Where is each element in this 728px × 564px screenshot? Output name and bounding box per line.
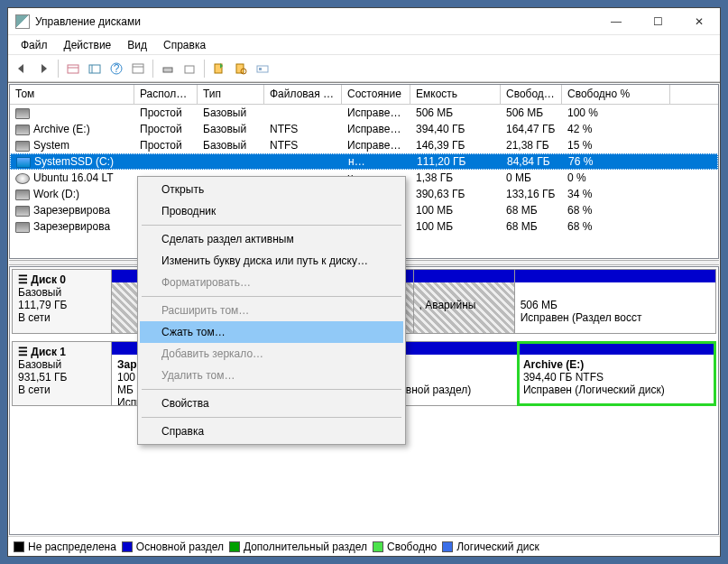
- context-menu: Открыть Проводник Сделать раздел активны…: [137, 176, 406, 445]
- close-button[interactable]: ✕: [678, 8, 720, 34]
- svg-rect-0: [68, 65, 78, 73]
- volume-row[interactable]: Archive (E:)ПростойБазовыйNTFSИсправен…3…: [10, 121, 718, 137]
- window-buttons: — ☐ ✕: [595, 8, 720, 34]
- forward-button[interactable]: [33, 59, 53, 79]
- window-title: Управление дисками: [35, 15, 595, 28]
- ctx-props[interactable]: Свойства: [140, 393, 403, 414]
- tb-icon-4[interactable]: [158, 59, 178, 79]
- col-layout[interactable]: Располо…: [134, 85, 198, 104]
- col-volume[interactable]: Том: [10, 85, 134, 104]
- menu-file[interactable]: Файл: [14, 37, 55, 53]
- tb-icon-5[interactable]: [180, 59, 199, 79]
- tb-icon-7[interactable]: [231, 59, 251, 79]
- part-header-icon: [414, 270, 514, 282]
- svg-rect-14: [259, 68, 262, 70]
- minimize-button[interactable]: —: [595, 8, 637, 34]
- volume-icon: [15, 206, 30, 217]
- svg-rect-9: [185, 66, 194, 73]
- part-header-icon: [518, 342, 715, 355]
- column-headers: Том Располо… Тип Файловая с… Состояние Е…: [10, 85, 718, 105]
- help-icon[interactable]: ?: [106, 59, 126, 79]
- volume-row[interactable]: SystemПростойБазовыйNTFSИсправен…146,39 …: [10, 137, 718, 153]
- volume-icon: [16, 157, 31, 168]
- col-type[interactable]: Тип: [198, 85, 264, 104]
- ctx-shrink[interactable]: Сжать том…: [140, 321, 403, 343]
- toolbar: ?: [8, 55, 720, 82]
- legend-free-icon: [373, 541, 383, 552]
- svg-rect-8: [163, 68, 172, 72]
- volume-icon: [15, 125, 30, 135]
- svg-rect-6: [133, 64, 143, 73]
- col-filesystem[interactable]: Файловая с…: [264, 85, 342, 104]
- disk0-size: 111,79 ГБ: [18, 299, 106, 311]
- legend-logical-icon: [442, 541, 453, 552]
- back-button[interactable]: [12, 59, 32, 79]
- volume-icon: [15, 141, 30, 152]
- tb-icon-3[interactable]: [128, 59, 148, 79]
- disk1-info[interactable]: ☰ Диск 1 Базовый 931,51 ГБ В сети: [13, 342, 112, 405]
- col-status[interactable]: Состояние: [342, 85, 410, 104]
- col-free[interactable]: Свобод…: [501, 85, 562, 104]
- disk1-type: Базовый: [18, 358, 106, 371]
- col-freepct[interactable]: Свободно %: [562, 85, 670, 104]
- app-icon: [15, 14, 30, 29]
- disk0-part2[interactable]: , Аварийны: [414, 270, 515, 333]
- legend: Не распределена Основной раздел Дополнит…: [8, 536, 720, 556]
- ctx-make-active[interactable]: Сделать раздел активным: [140, 228, 403, 250]
- ctx-mirror[interactable]: Добавить зеркало…: [140, 343, 403, 365]
- disk1-part4[interactable]: Archive (E:)394,40 ГБ NTFSИсправен (Логи…: [518, 342, 715, 405]
- volume-icon: [15, 222, 30, 233]
- disk1-status: В сети: [18, 384, 106, 396]
- disk0-info[interactable]: ☰ Диск 0 Базовый 111,79 ГБ В сети: [13, 270, 112, 333]
- ctx-extend[interactable]: Расширить том…: [140, 300, 403, 321]
- ctx-format[interactable]: Форматировать…: [140, 272, 403, 293]
- tb-icon-1[interactable]: [63, 59, 83, 79]
- disk0-status: В сети: [18, 311, 106, 324]
- ctx-change-letter[interactable]: Изменить букву диска или путь к диску…: [140, 250, 403, 272]
- volume-row[interactable]: SystemSSD (C:)н…111,20 ГБ84,84 ГБ76 %: [10, 153, 718, 170]
- disk0-label: Диск 0: [31, 273, 66, 286]
- volume-icon: [15, 173, 30, 184]
- disk1-label: Диск 1: [31, 346, 66, 358]
- workarea: Том Располо… Тип Файловая с… Состояние Е…: [8, 82, 720, 556]
- ctx-delete[interactable]: Удалить том…: [140, 365, 403, 386]
- titlebar[interactable]: Управление дисками — ☐ ✕: [8, 8, 720, 35]
- svg-text:?: ?: [114, 62, 120, 75]
- legend-extended-icon: [229, 541, 240, 552]
- col-capacity[interactable]: Емкость: [410, 85, 501, 104]
- disk0-type: Базовый: [18, 286, 106, 299]
- volume-row[interactable]: ПростойБазовыйИсправен…506 МБ506 МБ100 %: [10, 105, 718, 121]
- disk-mgmt-window: Управление дисками — ☐ ✕ Файл Действие В…: [7, 7, 721, 557]
- menu-action[interactable]: Действие: [57, 37, 119, 53]
- ctx-help[interactable]: Справка: [140, 421, 403, 442]
- ctx-explorer[interactable]: Проводник: [140, 200, 403, 222]
- tb-icon-8[interactable]: [253, 59, 272, 79]
- tb-icon-2[interactable]: [85, 59, 105, 79]
- maximize-button[interactable]: ☐: [637, 8, 678, 34]
- disk0-part3[interactable]: 506 МБИсправен (Раздел восст: [515, 270, 715, 333]
- menubar: Файл Действие Вид Справка: [8, 35, 720, 55]
- legend-unalloc-icon: [14, 541, 24, 552]
- ctx-open[interactable]: Открыть: [140, 179, 403, 200]
- tb-icon-6[interactable]: [209, 59, 229, 79]
- part-header-icon: [515, 270, 715, 282]
- menu-help[interactable]: Справка: [156, 37, 213, 53]
- legend-primary-icon: [122, 541, 133, 552]
- svg-rect-2: [89, 65, 100, 73]
- svg-rect-13: [257, 66, 268, 72]
- menu-view[interactable]: Вид: [120, 37, 154, 53]
- disk1-size: 931,51 ГБ: [18, 371, 106, 384]
- volume-icon: [15, 190, 30, 200]
- volume-icon: [15, 108, 30, 119]
